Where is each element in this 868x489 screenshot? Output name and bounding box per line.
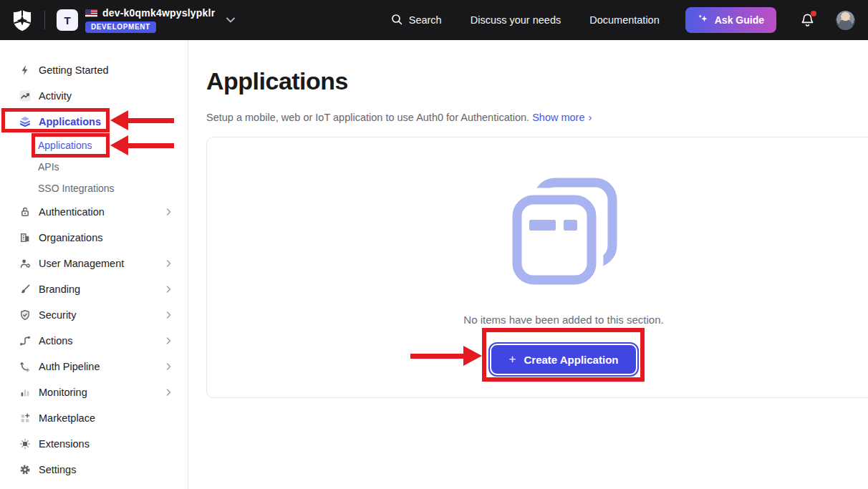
- sidebar-item-organizations[interactable]: Organizations: [0, 225, 188, 251]
- user-avatar[interactable]: [836, 11, 855, 30]
- user-gear-icon: [19, 258, 31, 270]
- pipeline-icon: [19, 361, 31, 373]
- flow-icon: [19, 335, 31, 347]
- ask-guide-button[interactable]: Ask Guide: [685, 7, 776, 33]
- chevron-right-icon: [166, 286, 172, 293]
- chevron-right-icon: [166, 260, 172, 267]
- sidebar-item-branding[interactable]: Branding: [0, 276, 188, 302]
- chevron-up-icon: [165, 119, 172, 125]
- chevron-right-icon: [166, 389, 172, 396]
- sidebar-item-auth-pipeline[interactable]: Auth Pipeline: [0, 354, 188, 379]
- empty-state-message: No items have been added to this section…: [463, 314, 663, 326]
- us-flag-icon: [85, 9, 97, 17]
- search-icon: [391, 14, 402, 27]
- layers-icon: [19, 116, 31, 128]
- sidebar-subitem-sso-integrations[interactable]: SSO Integrations: [0, 178, 188, 199]
- tenant-name: dev-k0qmk4wpyslypklr: [102, 7, 215, 19]
- environment-badge: DEVELOPMENT: [85, 21, 156, 33]
- sidebar-item-monitoring[interactable]: Monitoring: [0, 379, 188, 405]
- page-title: Applications: [206, 67, 348, 95]
- topbar-divider: [44, 11, 45, 29]
- chip-icon: [19, 438, 31, 450]
- brush-icon: [19, 284, 31, 296]
- search-label: Search: [409, 14, 442, 26]
- tenant-initial-badge: T: [57, 9, 78, 31]
- plus-icon: +: [509, 352, 516, 367]
- subtitle-text: Setup a mobile, web or IoT application t…: [206, 112, 529, 123]
- notification-dot: [811, 11, 816, 16]
- chevron-right-icon: [166, 363, 172, 370]
- page-subtitle: Setup a mobile, web or IoT application t…: [206, 111, 592, 123]
- sidebar-item-settings[interactable]: Settings: [0, 457, 188, 483]
- bolt-icon: [19, 64, 31, 77]
- tenant-switcher[interactable]: dev-k0qmk4wpyslypklr DEVELOPMENT: [85, 7, 235, 33]
- sidebar-item-actions[interactable]: Actions: [0, 328, 188, 354]
- documentation-link[interactable]: Documentation: [589, 14, 660, 26]
- buildings-icon: [19, 232, 31, 244]
- notifications-button[interactable]: [801, 13, 814, 28]
- main-content: Applications Setup a mobile, web or IoT …: [188, 40, 868, 489]
- show-more-link[interactable]: Show more: [532, 112, 584, 123]
- topbar: T dev-k0qmk4wpyslypklr DEVELOPMENT Searc…: [0, 0, 868, 40]
- application-window-icon: [509, 178, 618, 285]
- chevron-right-icon: [166, 311, 172, 319]
- gear-icon: [19, 464, 31, 476]
- grid-plus-icon: [19, 412, 31, 425]
- ask-guide-label: Ask Guide: [715, 14, 764, 26]
- chevron-right-icon: [166, 208, 172, 216]
- chevron-right-icon: ›: [589, 111, 592, 123]
- sparkle-icon: [698, 14, 708, 26]
- lock-icon: [19, 206, 31, 218]
- sidebar: Getting Started Activity Applications Ap…: [0, 40, 188, 489]
- chevron-right-icon: [166, 337, 172, 344]
- auth0-logo-icon[interactable]: [13, 9, 32, 32]
- search-button[interactable]: Search: [391, 14, 442, 27]
- sidebar-item-authentication[interactable]: Authentication: [0, 199, 188, 225]
- sidebar-item-marketplace[interactable]: Marketplace: [0, 405, 188, 431]
- sidebar-subitem-applications[interactable]: Applications: [0, 135, 188, 156]
- chevron-down-icon[interactable]: [226, 17, 235, 23]
- sidebar-item-getting-started[interactable]: Getting Started: [0, 57, 188, 83]
- discuss-your-needs-link[interactable]: Discuss your needs: [471, 14, 561, 26]
- shield-check-icon: [19, 309, 31, 321]
- create-application-label: Create Application: [524, 354, 618, 366]
- activity-icon: [19, 90, 31, 102]
- create-application-button[interactable]: + Create Application: [490, 344, 638, 375]
- applications-empty-state-card: No items have been added to this section…: [206, 137, 868, 398]
- sidebar-item-user-management[interactable]: User Management: [0, 251, 188, 276]
- sidebar-item-security[interactable]: Security: [0, 302, 188, 328]
- sidebar-subitem-apis[interactable]: APIs: [0, 156, 188, 178]
- sidebar-item-activity[interactable]: Activity: [0, 83, 188, 109]
- sidebar-item-applications[interactable]: Applications: [0, 109, 188, 135]
- bars-icon: [19, 387, 31, 399]
- sidebar-item-extensions[interactable]: Extensions: [0, 431, 188, 457]
